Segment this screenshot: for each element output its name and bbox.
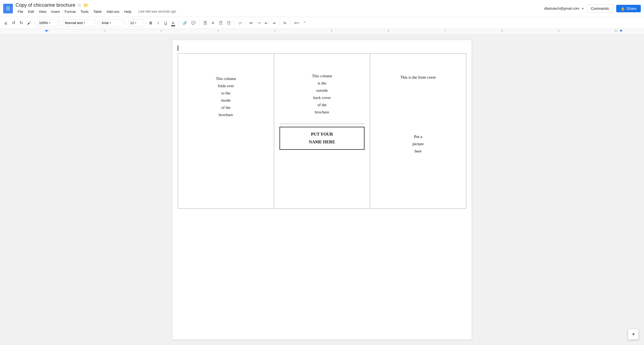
share-button[interactable]: 🔒 Share — [616, 5, 641, 12]
star-icon[interactable]: ☆ — [77, 3, 81, 8]
link-icon: 🔗 — [183, 21, 187, 25]
indent-decrease-button[interactable]: ⇤ — [263, 19, 270, 27]
brochure-table: This columnfolds overto theinsideof theb… — [178, 53, 466, 209]
justify-button[interactable]: ☷ — [225, 19, 232, 27]
col1-text: This columnfolds overto theinsideof theb… — [183, 75, 269, 118]
top-right-area: dlastutech@gmail.com ▾ Comments 🔒 Share — [544, 5, 641, 13]
numbered-list-button[interactable]: ≡ ▾ — [248, 19, 254, 27]
col3-top-text: This is the front cover — [375, 75, 461, 80]
separator-10 — [279, 20, 280, 26]
numbered-list-arrow: ▾ — [251, 21, 253, 24]
doc-title[interactable]: Copy of chiccarine brochure — [15, 2, 75, 8]
dropdown-icon[interactable]: ▾ — [582, 7, 584, 10]
font-size-selector[interactable]: 12 ▾ — [128, 19, 143, 27]
app-menu-button[interactable]: ☰ — [3, 4, 13, 13]
ruler-mark: 3 — [190, 29, 247, 35]
line-spacing-arrow: ▾ — [240, 21, 242, 24]
comment-button[interactable]: 💬 — [190, 19, 197, 27]
col3-bottom-text: Put apicturehere — [375, 133, 461, 155]
menu-file[interactable]: File — [15, 9, 25, 15]
menu-help[interactable]: Help — [122, 9, 134, 15]
comments-button[interactable]: Comments — [586, 5, 614, 13]
style-selector[interactable]: Normal text ▾ — [63, 19, 95, 27]
line-spacing-button[interactable]: ↕ ▾ — [237, 19, 243, 27]
align-center-button[interactable]: ≡ — [210, 19, 216, 27]
bullet-list-arrow: ▾ — [259, 21, 261, 24]
print-button[interactable]: 🖨 — [2, 19, 9, 27]
menu-tools[interactable]: Tools — [78, 9, 91, 15]
link-button[interactable]: 🔗 — [181, 19, 189, 27]
indent-decrease-icon: ⇤ — [265, 21, 268, 25]
zoom-arrow: ▾ — [49, 21, 50, 24]
separator-4 — [126, 20, 126, 26]
menu-view[interactable]: View — [37, 9, 48, 15]
menu-edit[interactable]: Edit — [26, 9, 36, 15]
underline-button[interactable]: U — [162, 19, 169, 27]
menu-format[interactable]: Format — [63, 9, 78, 15]
zoom-value: 100% — [39, 21, 48, 25]
menu-table[interactable]: Table — [91, 9, 104, 15]
menu-addons[interactable]: Add-ons — [104, 9, 121, 15]
ruler-mark: 9 — [530, 29, 587, 35]
align-left-icon: ☰ — [203, 20, 207, 25]
text-color-button[interactable]: A — [170, 19, 176, 27]
font-selector[interactable]: Arial ▾ — [100, 19, 124, 27]
collapse-toolbar-button[interactable]: ⌃ — [301, 19, 308, 27]
align-left-button[interactable]: ☰ — [202, 19, 209, 27]
pen-button[interactable]: ✏ ▾ — [293, 19, 300, 27]
ruler-mark: 1 — [76, 29, 133, 35]
brochure-col-1[interactable]: This columnfolds overto theinsideof theb… — [178, 54, 274, 209]
ruler-mark: 5 — [303, 29, 360, 35]
font-size-arrow: ▾ — [135, 21, 136, 24]
bullet-list-icon: ⋅⋅ — [257, 21, 259, 25]
font-value: Arial — [102, 21, 108, 25]
doc-title-row: Copy of chiccarine brochure ☆ 📁 — [15, 2, 544, 8]
separator-7 — [199, 20, 200, 26]
formula-button[interactable]: fx — [282, 19, 288, 27]
ruler-mark: 8 — [474, 29, 530, 35]
separator-11 — [290, 20, 290, 26]
paint-format-button[interactable]: 🖌 — [26, 19, 33, 27]
formula-icon: fx — [284, 21, 286, 25]
col2-content: This columnis theoutsideback coverof the… — [312, 74, 332, 114]
col2-name-line2: NAME HERE — [283, 138, 361, 146]
indent-increase-button[interactable]: ⇥ — [271, 19, 277, 27]
user-email[interactable]: dlastutech@gmail.com — [544, 6, 579, 10]
font-size-value: 12 — [130, 21, 134, 25]
align-center-icon: ≡ — [212, 21, 214, 25]
bold-button[interactable]: B — [148, 19, 154, 27]
col2-name-line1: PUT YOUR — [283, 131, 361, 138]
bullet-list-button[interactable]: ⋅⋅ ▾ — [255, 19, 262, 27]
ruler-right-margin-indicator[interactable] — [619, 30, 623, 32]
share-label: Share — [627, 6, 637, 11]
separator-8 — [234, 20, 235, 26]
align-right-button[interactable]: ☶ — [217, 19, 224, 27]
brochure-col-2[interactable]: This columnis theoutsideback coverof the… — [274, 54, 370, 209]
ruler-mark: 4 — [246, 29, 303, 35]
col2-name-box[interactable]: PUT YOUR NAME HERE — [280, 127, 365, 150]
folder-icon[interactable]: 📁 — [83, 3, 89, 8]
ruler-mark: 7 — [417, 29, 474, 35]
collapse-icon: ⌃ — [303, 21, 306, 25]
font-arrow: ▾ — [110, 21, 111, 24]
redo-button[interactable]: ↻ — [18, 19, 25, 27]
ruler-mark: 10 — [587, 29, 644, 35]
assistant-button[interactable]: ✦ — [628, 329, 639, 340]
pen-arrow: ▾ — [297, 21, 299, 24]
ruler-mark: 2 — [133, 29, 190, 35]
separator-5 — [145, 20, 145, 26]
doc-area: This columnfolds overto theinsideof theb… — [0, 35, 644, 345]
doc-page[interactable]: This columnfolds overto theinsideof theb… — [172, 40, 472, 340]
col1-content: This columnfolds overto theinsideof theb… — [216, 76, 236, 117]
col2-top-text: This columnis theoutsideback coverof the… — [280, 59, 365, 121]
pen-icon: ✏ — [294, 21, 297, 25]
undo-button[interactable]: ↺ — [10, 19, 17, 27]
zoom-selector[interactable]: 100% ▾ — [37, 19, 59, 27]
align-right-icon: ☶ — [219, 20, 223, 25]
italic-button[interactable]: I — [155, 19, 161, 27]
brochure-col-3[interactable]: This is the front cover Put apicturehere — [370, 54, 466, 209]
menu-insert[interactable]: Insert — [49, 9, 62, 15]
ruler-inner: -1 1 2 3 4 5 6 7 8 9 10 — [0, 29, 644, 34]
col2-divider — [280, 124, 365, 124]
ruler-left-margin-indicator[interactable] — [45, 30, 48, 32]
